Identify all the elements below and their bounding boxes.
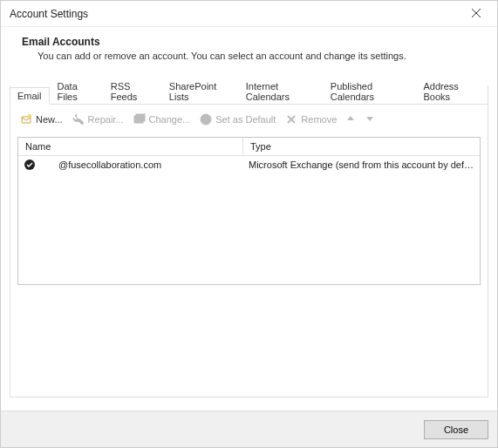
svg-rect-5 bbox=[136, 114, 145, 121]
close-button[interactable]: Close bbox=[424, 420, 488, 439]
close-icon bbox=[472, 8, 481, 20]
remove-label: Remove bbox=[301, 114, 337, 125]
dialog-header: Email Accounts You can add or remove an … bbox=[1, 27, 497, 70]
cell-name: @fusecollaboration.com bbox=[18, 159, 243, 171]
tab-sharepoint-lists[interactable]: SharePoint Lists bbox=[161, 78, 238, 105]
account-type: Microsoft Exchange (send from this accou… bbox=[243, 160, 480, 170]
change-label: Change... bbox=[149, 114, 191, 125]
tab-data-files[interactable]: Data Files bbox=[50, 78, 103, 105]
tab-email[interactable]: Email bbox=[10, 87, 50, 105]
column-name[interactable]: Name bbox=[18, 138, 243, 155]
repair-button: Repair... bbox=[70, 111, 126, 128]
set-default-button: Set as Default bbox=[197, 111, 277, 128]
new-icon bbox=[19, 112, 33, 126]
table-row[interactable]: @fusecollaboration.com Microsoft Exchang… bbox=[18, 156, 480, 173]
titlebar: Account Settings bbox=[1, 1, 497, 27]
set-default-label: Set as Default bbox=[215, 114, 276, 125]
check-circle-icon bbox=[199, 112, 213, 126]
main-panel: Email Data Files RSS Feeds SharePoint Li… bbox=[10, 85, 488, 397]
repair-label: Repair... bbox=[88, 114, 124, 125]
dialog-footer: Close bbox=[1, 411, 497, 447]
account-list: Name Type @fusecollaboration.com Microso… bbox=[17, 137, 481, 285]
window-close-button[interactable] bbox=[459, 2, 494, 26]
page-title: Email Accounts bbox=[22, 36, 481, 48]
account-name: @fusecollaboration.com bbox=[58, 160, 161, 170]
change-icon bbox=[133, 112, 147, 126]
svg-point-3 bbox=[28, 114, 31, 118]
default-check-icon bbox=[24, 159, 36, 171]
repair-icon bbox=[72, 112, 85, 126]
arrow-up-icon bbox=[346, 113, 355, 126]
change-button: Change... bbox=[131, 111, 193, 128]
move-down-button bbox=[363, 112, 377, 126]
column-type[interactable]: Type bbox=[243, 138, 480, 155]
tab-internet-calendars[interactable]: Internet Calendars bbox=[238, 78, 323, 105]
window-title: Account Settings bbox=[10, 8, 88, 20]
tab-rss-feeds[interactable]: RSS Feeds bbox=[103, 78, 161, 105]
page-description: You can add or remove an account. You ca… bbox=[38, 51, 481, 61]
toolbar: New... Repair... Change... Set as Defaul… bbox=[10, 105, 488, 133]
new-label: New... bbox=[36, 114, 63, 125]
tab-address-books[interactable]: Address Books bbox=[415, 78, 488, 105]
move-up-button bbox=[344, 112, 358, 126]
tabstrip: Email Data Files RSS Feeds SharePoint Li… bbox=[10, 85, 488, 105]
list-header: Name Type bbox=[18, 138, 480, 156]
new-button[interactable]: New... bbox=[17, 111, 65, 128]
tab-published-calendars[interactable]: Published Calendars bbox=[323, 78, 416, 105]
remove-icon bbox=[284, 112, 298, 126]
remove-button: Remove bbox=[283, 111, 338, 128]
arrow-down-icon bbox=[365, 113, 374, 126]
